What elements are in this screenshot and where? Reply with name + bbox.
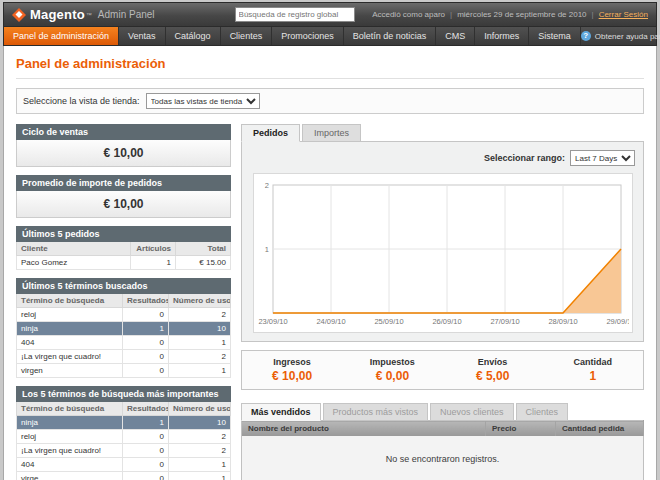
column-header: Resultados	[123, 402, 169, 416]
table-cell: 0	[123, 444, 169, 458]
table-cell: ninja	[17, 416, 123, 430]
empty-message: No se encontraron registros.	[242, 436, 644, 480]
nav-item[interactable]: Ventas	[119, 27, 166, 45]
table-cell: € 15.00	[176, 256, 231, 270]
table-cell: 1	[131, 256, 176, 270]
nav-item[interactable]: Informes	[475, 27, 529, 45]
help-icon: ?	[581, 31, 591, 41]
svg-text:25/09/10: 25/09/10	[374, 317, 403, 326]
tab[interactable]: Más vendidos	[241, 403, 321, 421]
average-orders-panel: Promedio de importe de pedidos € 10,00	[16, 175, 231, 218]
svg-text:2: 2	[264, 181, 268, 190]
orders-chart: 1223/09/1024/09/1025/09/1026/09/1027/09/…	[253, 173, 633, 333]
table-cell: 2	[169, 430, 231, 444]
table-cell: 0	[123, 364, 169, 378]
table-cell: ¡La virgen que cuadro!	[17, 350, 123, 364]
svg-text:26/09/10: 26/09/10	[432, 317, 461, 326]
table-cell: reloj	[17, 430, 123, 444]
table-cell: 1	[169, 336, 231, 350]
table-row[interactable]: ninja110	[17, 322, 231, 336]
table-row[interactable]: virgen01	[17, 364, 231, 378]
tab[interactable]: Importes	[302, 124, 361, 142]
average-orders-title: Promedio de importe de pedidos	[16, 175, 231, 191]
table-row[interactable]: ¡La virgen que cuadro!02	[17, 444, 231, 458]
magento-logo: Magento ™ Admin Panel	[12, 7, 217, 22]
range-selector-row: Seleccionar rango: Last 7 Days	[250, 150, 635, 166]
stat-label: Cantidad	[543, 357, 643, 367]
column-header: Cliente	[17, 242, 131, 256]
stat-label: Impuestos	[342, 357, 442, 367]
separator: |	[592, 10, 594, 19]
table-row[interactable]: ¡La virgen que cuadro!02	[17, 350, 231, 364]
column-header: Total	[176, 242, 231, 256]
table-cell: 10	[169, 416, 231, 430]
table-cell: 0	[123, 308, 169, 322]
nav-item[interactable]: Catálogo	[166, 27, 221, 45]
nav-item[interactable]: Panel de administración	[4, 27, 119, 45]
nav-item[interactable]: CMS	[436, 27, 475, 45]
table-row[interactable]: 40401	[17, 458, 231, 472]
stat-value: 1	[543, 369, 643, 383]
svg-text:29/09/10: 29/09/10	[606, 317, 629, 326]
table-cell: 2	[169, 444, 231, 458]
table-cell: ¡La virgen que cuadro!	[17, 444, 123, 458]
tab[interactable]: Clientes	[516, 403, 569, 421]
session-info: Accedió como aparo | miércoles 29 de sep…	[372, 10, 648, 19]
last-orders-title: Últimos 5 pedidos	[16, 226, 231, 242]
store-switcher-label: Seleccione la vista de tienda:	[23, 96, 140, 106]
table-cell: 0	[123, 350, 169, 364]
products-table: Nombre del productoPrecioCantidad pedida…	[241, 420, 644, 480]
nav-item[interactable]: Promociones	[272, 27, 344, 45]
table-cell: virge	[17, 472, 123, 480]
admin-page: Magento ™ Admin Panel Accedió como aparo…	[3, 2, 657, 480]
top-header: Magento ™ Admin Panel Accedió como aparo…	[3, 2, 657, 27]
table-cell: ninja	[17, 322, 123, 336]
table-row[interactable]: reloj02	[17, 430, 231, 444]
column-header: Número de usos	[169, 402, 231, 416]
table-row[interactable]: ninja110	[17, 416, 231, 430]
stat: Envíos€ 5,00	[443, 357, 543, 383]
column-header: Cantidad pedida	[556, 421, 644, 437]
global-search-input[interactable]	[235, 7, 355, 22]
content-area: Panel de administración Seleccione la vi…	[3, 46, 657, 480]
tab[interactable]: Pedidos	[241, 124, 300, 142]
chart-tabs: PedidosImportes	[241, 124, 644, 142]
current-date: miércoles 29 de septiembre de 2010	[457, 10, 586, 19]
top-search-terms-panel: Los 5 términos de búsqueda más important…	[16, 386, 231, 480]
last-search-terms-title: Últimos 5 términos buscados	[16, 278, 231, 294]
table-cell: 0	[123, 336, 169, 350]
nav-item[interactable]: Boletín de noticias	[344, 27, 437, 45]
top-search-terms-title: Los 5 términos de búsqueda más important…	[16, 386, 231, 402]
empty-row: No se encontraron registros.	[242, 436, 644, 480]
table-row[interactable]: reloj02	[17, 308, 231, 322]
table-row[interactable]: 40401	[17, 336, 231, 350]
table-row[interactable]: Paco Gomez1€ 15.00	[17, 256, 231, 270]
column-header: Número de usos	[169, 294, 231, 308]
nav-item[interactable]: Clientes	[221, 27, 273, 45]
help-link[interactable]: ? Obtener ayuda para esta página	[581, 27, 660, 45]
range-label: Seleccionar rango:	[484, 153, 565, 163]
range-select[interactable]: Last 7 Days	[570, 150, 635, 166]
magento-logo-icon	[12, 8, 26, 22]
nav-item[interactable]: Sistema	[529, 27, 581, 45]
table-cell: virgen	[17, 364, 123, 378]
svg-text:1: 1	[264, 245, 268, 254]
logout-link[interactable]: Cerrar Sesión	[599, 10, 648, 19]
store-switcher: Seleccione la vista de tienda: Todas las…	[16, 88, 644, 114]
last-search-terms-panel: Últimos 5 términos buscados Término de b…	[16, 278, 231, 378]
page-title: Panel de administración	[16, 56, 644, 71]
table-cell: 404	[17, 458, 123, 472]
stat: Cantidad1	[543, 357, 643, 383]
orders-chart-svg: 1223/09/1024/09/1025/09/1026/09/1027/09/…	[257, 177, 629, 327]
tab[interactable]: Nuevos clientes	[430, 403, 514, 421]
store-view-select[interactable]: Todas las vistas de tienda	[146, 93, 260, 109]
right-column: PedidosImportes Seleccionar rango: Last …	[241, 124, 644, 480]
table-cell: 404	[17, 336, 123, 350]
tab[interactable]: Productos más vistos	[323, 403, 429, 421]
svg-text:28/09/10: 28/09/10	[548, 317, 577, 326]
table-cell: 0	[123, 458, 169, 472]
table-cell: 2	[169, 308, 231, 322]
column-header: Término de búsqueda	[17, 402, 123, 416]
table-row[interactable]: virge01	[17, 472, 231, 480]
lifetime-sales-value: € 10,00	[16, 140, 231, 167]
